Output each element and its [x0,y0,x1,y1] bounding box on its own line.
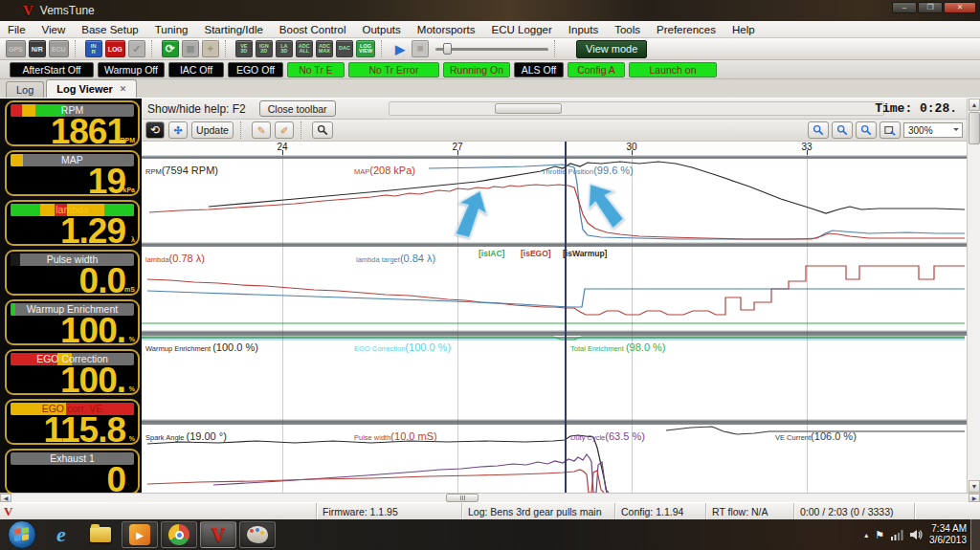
menu-view[interactable]: View [42,24,66,35]
scroll-down-arrow-icon[interactable]: ▼ [969,480,980,493]
close-button[interactable]: ✕ [944,2,976,13]
flag-running-on[interactable]: Running On [443,62,510,77]
chart-panel-2[interactable]: lambda(0.78 λ)lambda target(0.84 λ)[isIA… [142,247,967,330]
zoom-level-combo[interactable]: 300% [903,122,963,138]
time-cursor-line[interactable] [565,142,567,493]
view-mode-button[interactable]: View mode [576,40,647,58]
network-icon[interactable] [891,530,903,540]
vertical-scrollbar-thumb[interactable] [969,112,980,144]
gps-button[interactable]: GPS [6,40,26,57]
menu-preferences[interactable]: Preferences [657,24,716,35]
disabled-button-2[interactable]: ✦ [202,40,219,57]
gauge-rpm[interactable]: RPM1861RPM [5,100,140,146]
tray-expand-icon[interactable]: ▴ [864,531,868,539]
taskbar-windows-explorer-icon[interactable] [82,521,119,548]
taskbar-clock[interactable]: 7:34 AM 3/6/2013 [929,523,967,546]
title-bar[interactable]: V VemsTune – ❐ ✕ [0,0,980,21]
log-view-button[interactable]: LOG VIEW [356,40,375,57]
gauge-warmup-enrichment[interactable]: Warmup Enrichment100.% [5,299,140,345]
flag-config-a[interactable]: Config A [568,62,625,77]
maximize-button[interactable]: ❐ [918,2,943,13]
gauge-exhaust-1[interactable]: Exhaust 10 [5,449,140,493]
update-button[interactable]: Update [191,121,234,139]
menu-starting-idle[interactable]: Starting/Idle [204,24,262,35]
replay-button[interactable]: ⟲ [145,121,165,139]
scroll-up-arrow-icon[interactable]: ▲ [969,99,980,111]
ecu-button[interactable]: ECU [49,40,69,57]
menu-help[interactable]: Help [732,24,755,35]
menu-boost-control[interactable]: Boost Control [279,24,346,35]
taskbar-start-icon[interactable] [4,521,40,548]
action-center-flag-icon[interactable]: ⚑ [875,529,884,541]
chart-panel-1[interactable]: RPM(7594 RPM)MAP(208 kPa)Throttle Positi… [142,159,967,242]
menu-ecu-logger[interactable]: ECU Logger [492,24,552,35]
zoom-selection-button[interactable] [880,121,901,139]
menu-inputs[interactable]: Inputs [568,24,598,35]
header-scrollbar[interactable] [389,101,884,116]
flag-iac-off[interactable]: IAC Off [168,62,224,77]
taskbar-paint-icon[interactable] [239,521,276,548]
menu-motorsports[interactable]: Motorsports [417,24,476,35]
tab-close-icon[interactable]: ✕ [120,84,127,94]
play-button[interactable]: ▶ [391,40,409,57]
chart-config-button[interactable]: ✎ [252,121,271,139]
adc-all-button[interactable]: ADC ALL [296,40,313,57]
flag-afterstart-off[interactable]: AfterStart Off [10,62,94,77]
tab-log[interactable]: Log [6,81,44,98]
scroll-right-arrow-icon[interactable]: ▶ [969,494,980,502]
gauge-ego-correction[interactable]: EGO Correction100.% [5,349,140,395]
check-button[interactable]: ✓ [128,40,145,57]
slider-thumb[interactable] [443,43,452,55]
menu-outputs[interactable]: Outputs [363,24,401,35]
gauge-map[interactable]: MAP19kPa [5,150,140,196]
la-3d-button[interactable]: LA 3D [276,40,293,57]
header-scrollbar-thumb[interactable] [495,103,562,114]
zoom-fit-button[interactable] [856,121,877,139]
settings-icon-button[interactable]: ✣ [168,121,188,139]
ve-3d-button[interactable]: VE 3D [235,40,253,57]
chart-panel-3[interactable]: Warmup Enrichment (100.0 %)EGO Correctio… [142,336,967,419]
taskbar-internet-explorer-icon[interactable]: e [43,521,79,548]
flag-als-off[interactable]: ALS Off [514,62,564,77]
tab-log-viewer[interactable]: Log Viewer ✕ [46,79,137,98]
horizontal-scrollbar-thumb[interactable] [446,494,479,502]
taskbar-chrome-icon[interactable] [161,521,197,548]
zoom-in-button[interactable] [808,121,829,139]
ign-2d-button[interactable]: IGN 2D [256,40,273,57]
menu-base-setup[interactable]: Base Setup [81,24,138,35]
taskbar-media-player-icon[interactable]: ▶ [122,521,158,548]
playback-slider[interactable] [435,42,548,55]
menu-tuning[interactable]: Tuning [155,24,189,35]
minimize-button[interactable]: – [892,2,917,13]
scroll-left-arrow-icon[interactable]: ◀ [0,494,11,502]
nr-button[interactable]: N/R [29,40,46,57]
close-toolbar-button[interactable]: Close toolbar [259,100,336,117]
in-r-button[interactable]: IN R [85,40,102,57]
palette-button[interactable]: ✐ [275,121,294,139]
flag-warmup-off[interactable]: Warmup Off [98,62,165,77]
menu-tools[interactable]: Tools [614,24,640,35]
gauge-ego-corr-ve[interactable]: EGO corr. VE115.8% [5,399,140,445]
adc-max-button[interactable]: ADC MAX [316,40,333,57]
flag-ego-off[interactable]: EGO Off [228,62,283,77]
show-desktop-button[interactable] [970,519,980,550]
taskbar-vemstune-icon[interactable]: V [200,521,236,548]
chart-plot-region[interactable]: 24273033 RPM(7594 RPM)MAP(208 kPa)Thrott… [142,142,967,493]
chart-panel-4[interactable]: Spark Angle (19.00 °)Pulse width(10.0 mS… [142,425,967,493]
log-button[interactable]: LOG [105,40,125,57]
flag-launch-on[interactable]: Launch on [629,62,717,77]
stop-button[interactable]: ◼ [412,40,429,57]
gauge-pulse-width[interactable]: Pulse width0.0mS [5,250,140,296]
zoom-out-button[interactable] [832,121,853,139]
horizontal-scrollbar[interactable]: ◀ ▶ [0,493,980,502]
vertical-scrollbar[interactable]: ▲ ▼ [967,99,980,493]
gauge-lambda[interactable]: lambda1.29λ [5,200,140,246]
magnifier-button[interactable] [312,121,333,139]
dac-button[interactable]: DAC [336,40,353,57]
flag-no-tr-error[interactable]: No Tr Error [348,62,439,77]
menu-file[interactable]: File [8,24,26,35]
flag-no-tr-e[interactable]: No Tr E [287,62,345,77]
disabled-button-1[interactable]: ▤ [182,40,199,57]
refresh-green-button[interactable]: ⟳ [162,40,179,57]
volume-icon[interactable] [910,529,923,540]
